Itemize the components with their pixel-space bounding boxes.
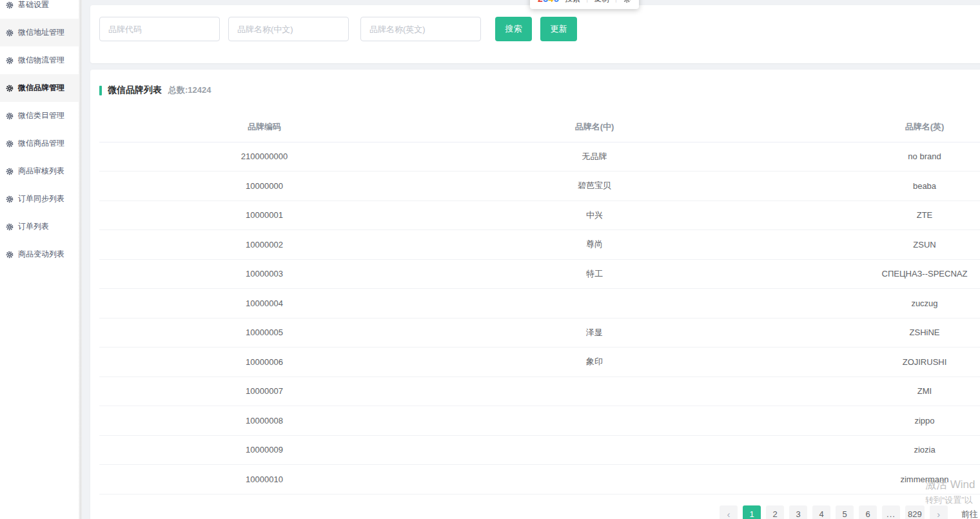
pagination-goto-label: 前往 bbox=[961, 505, 978, 519]
table-cell: 10000005 bbox=[99, 318, 429, 348]
table-row: 10000009ziozia bbox=[99, 435, 980, 465]
table-cell: 10000000 bbox=[99, 171, 429, 201]
sidebar-item-label: 微信地址管理 bbox=[18, 27, 64, 38]
sidebar-item-微信品牌管理[interactable]: 微信品牌管理 bbox=[0, 74, 79, 102]
popup-2345-logo: 2345 bbox=[538, 0, 559, 4]
table-row: 10000008zippo bbox=[99, 406, 980, 436]
table-cell: 10000001 bbox=[99, 201, 429, 230]
sidebar-item-微信商品管理[interactable]: 微信商品管理 bbox=[0, 130, 79, 157]
sidebar-item-基础设置[interactable]: 基础设置 bbox=[0, 0, 79, 19]
search-panel: 搜索更新 bbox=[90, 5, 980, 63]
sidebar-scrollbar[interactable] bbox=[79, 0, 82, 519]
popup-search-button[interactable]: 搜索 bbox=[565, 0, 580, 5]
sidebar-item-微信地址管理[interactable]: 微信地址管理 bbox=[0, 19, 79, 46]
pagination-page-829[interactable]: 829 bbox=[905, 505, 925, 519]
sidebar-item-微信物流管理[interactable]: 微信物流管理 bbox=[0, 46, 79, 74]
pagination-ellipsis[interactable]: ... bbox=[882, 505, 900, 519]
search-input-1[interactable] bbox=[99, 17, 220, 41]
table-cell: no brand bbox=[760, 142, 980, 171]
pagination-page-2[interactable]: 2 bbox=[766, 505, 784, 519]
sidebar-item-label: 订单同步列表 bbox=[18, 193, 64, 204]
gear-icon bbox=[6, 251, 14, 259]
table-cell bbox=[429, 289, 760, 318]
pagination: ‹123456...829›前往 bbox=[717, 505, 978, 519]
table-cell: 泽显 bbox=[429, 318, 760, 348]
table-cell: ziozia bbox=[760, 435, 980, 465]
table-row: 10000010zimmermann bbox=[99, 465, 980, 495]
table-row: 2100000000无品牌no brand bbox=[99, 142, 980, 171]
brand-table: 品牌编码品牌名(中)品牌名(英) 2100000000无品牌no brand10… bbox=[99, 113, 980, 495]
popup-gear-icon[interactable] bbox=[623, 0, 631, 3]
sidebar-item-label: 订单列表 bbox=[18, 221, 49, 232]
title-accent-bar bbox=[99, 86, 102, 95]
column-header: 品牌编码 bbox=[99, 113, 429, 142]
popup-copy-button[interactable]: 复制 bbox=[594, 0, 609, 5]
table-cell: 中兴 bbox=[429, 201, 760, 230]
table-cell: zimmermann bbox=[760, 465, 980, 495]
sidebar-item-商品审核列表[interactable]: 商品审核列表 bbox=[0, 157, 79, 185]
total-count: 总数:12424 bbox=[168, 84, 211, 96]
table-row: 10000002尊尚ZSUN bbox=[99, 230, 980, 260]
table-cell: 特工 bbox=[429, 259, 760, 289]
table-cell: 10000007 bbox=[99, 377, 429, 406]
pagination-page-5[interactable]: 5 bbox=[836, 505, 854, 519]
logo-char: 2 bbox=[538, 0, 543, 4]
search-input-2[interactable] bbox=[228, 17, 349, 41]
sidebar-item-label: 微信物流管理 bbox=[18, 55, 64, 66]
admin-page: 基础设置微信地址管理微信物流管理微信品牌管理微信类目管理微信商品管理商品审核列表… bbox=[0, 0, 980, 519]
gear-icon bbox=[6, 112, 14, 120]
logo-char: 3 bbox=[543, 0, 548, 4]
main-content: 搜索更新 微信品牌列表 总数:12424 品牌编码品牌名(中)品牌名(英) 21… bbox=[82, 0, 980, 519]
table-row: 10000005泽显ZSHiNE bbox=[99, 318, 980, 348]
table-row: 10000004zuczug bbox=[99, 289, 980, 318]
pagination-page-6[interactable]: 6 bbox=[859, 505, 877, 519]
gear-icon bbox=[6, 140, 14, 148]
table-cell: ZSUN bbox=[760, 230, 980, 260]
pagination-page-1[interactable]: 1 bbox=[743, 505, 761, 519]
table-cell: 10000004 bbox=[99, 289, 429, 318]
table-cell: zippo bbox=[760, 406, 980, 436]
sidebar-item-label: 商品审核列表 bbox=[18, 166, 64, 177]
sidebar: 基础设置微信地址管理微信物流管理微信品牌管理微信类目管理微信商品管理商品审核列表… bbox=[0, 0, 79, 519]
table-row: 10000007ZMI bbox=[99, 377, 980, 406]
table-cell bbox=[429, 377, 760, 406]
table-cell: zuczug bbox=[760, 289, 980, 318]
sidebar-item-微信类目管理[interactable]: 微信类目管理 bbox=[0, 102, 79, 130]
sidebar-item-label: 商品变动列表 bbox=[18, 249, 64, 260]
pagination-next-button[interactable]: › bbox=[930, 505, 948, 519]
table-cell: 象印 bbox=[429, 348, 760, 377]
table-cell: 10000002 bbox=[99, 230, 429, 260]
update-button[interactable]: 更新 bbox=[540, 17, 577, 41]
logo-char: 5 bbox=[554, 0, 559, 4]
gear-icon bbox=[6, 57, 14, 64]
table-cell: ZMI bbox=[760, 377, 980, 406]
table-cell: 10000008 bbox=[99, 406, 429, 436]
pagination-prev-button[interactable]: ‹ bbox=[720, 505, 738, 519]
extension-popup: 2345 搜索 | 复制 | bbox=[530, 0, 639, 9]
sidebar-item-label: 微信商品管理 bbox=[18, 138, 64, 149]
pagination-page-4[interactable]: 4 bbox=[812, 505, 830, 519]
brand-list-card: 微信品牌列表 总数:12424 品牌编码品牌名(中)品牌名(英) 2100000… bbox=[90, 70, 980, 519]
table-cell: СПЕЦНАЗ--SPECNAZ bbox=[760, 259, 980, 289]
column-header: 品牌名(英) bbox=[760, 113, 980, 142]
sidebar-item-订单同步列表[interactable]: 订单同步列表 bbox=[0, 185, 79, 213]
search-input-3[interactable] bbox=[360, 17, 481, 41]
table-row: 10000001中兴ZTE bbox=[99, 201, 980, 230]
pagination-page-3[interactable]: 3 bbox=[789, 505, 807, 519]
table-row: 10000003特工СПЕЦНАЗ--SPECNAZ bbox=[99, 259, 980, 289]
popup-divider: | bbox=[615, 0, 617, 3]
table-cell: ZTE bbox=[760, 201, 980, 230]
logo-char: 4 bbox=[549, 0, 554, 4]
sidebar-item-label: 微信类目管理 bbox=[18, 110, 64, 121]
sidebar-item-订单列表[interactable]: 订单列表 bbox=[0, 213, 79, 240]
table-cell: 10000009 bbox=[99, 435, 429, 465]
gear-icon bbox=[6, 29, 14, 37]
sidebar-item-label: 微信品牌管理 bbox=[18, 83, 64, 93]
table-cell: 尊尚 bbox=[429, 230, 760, 260]
table-cell bbox=[429, 435, 760, 465]
column-header: 品牌名(中) bbox=[429, 113, 760, 142]
sidebar-item-商品变动列表[interactable]: 商品变动列表 bbox=[0, 240, 79, 268]
gear-icon bbox=[6, 1, 14, 9]
search-button[interactable]: 搜索 bbox=[495, 17, 532, 41]
table-cell: ZSHiNE bbox=[760, 318, 980, 348]
